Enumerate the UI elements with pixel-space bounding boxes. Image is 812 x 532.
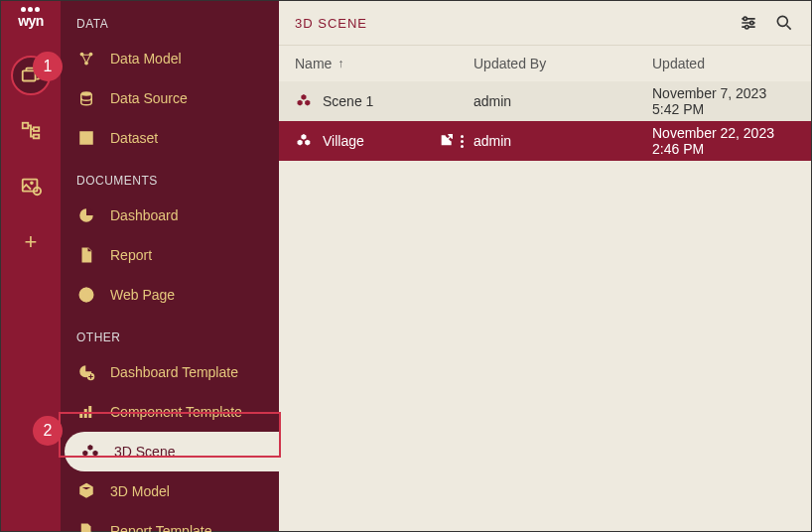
more-actions-button[interactable] [461,135,464,148]
table-row[interactable]: Scene 1 admin November 7, 2023 5:42 PM [279,81,811,121]
sidebar-item-label: Report Template [110,523,211,532]
sidebar-item-report-template[interactable]: Report Template [61,511,279,532]
sidebar-item-label: Component Template [110,404,242,420]
sidebar-item-label: Data Model [110,51,182,66]
image-notify-icon [20,176,42,198]
sidebar-item-label: Dashboard [110,207,179,223]
svg-point-10 [81,91,92,96]
file-icon [76,245,96,265]
sidebar-item-label: Dashboard Template [110,364,238,380]
sidebar-item-data-model[interactable]: Data Model [61,39,279,78]
row-updated-by: admin [474,93,652,109]
sidebar-item-dataset[interactable]: Dataset [61,118,279,158]
section-data-header: DATA [61,1,279,39]
section-documents-header: DOCUMENTS [61,158,279,196]
sliders-icon [739,13,758,33]
sidebar-item-web-page[interactable]: Web Page [61,275,279,315]
cubes-icon [295,132,313,150]
row-updated-by: admin [474,133,652,149]
sidebar-item-label: Web Page [110,287,175,303]
svg-point-7 [80,53,84,57]
column-header-updated[interactable]: Updated [652,56,795,71]
sidebar-item-data-source[interactable]: Data Source [61,78,279,118]
sidebar-item-label: Data Source [110,90,188,106]
main-header: 3D SCENE [279,1,811,46]
row-name: Scene 1 [323,93,373,109]
rail-image[interactable] [11,167,51,206]
plus-icon: + [25,229,38,255]
svg-point-21 [777,16,787,26]
cubes-icon [295,92,313,110]
sidebar-item-3d-model[interactable]: 3D Model [61,471,279,511]
svg-rect-16 [88,406,91,418]
sidebar-item-label: 3D Scene [114,444,175,460]
sort-ascending-icon: ↑ [338,57,343,70]
sidebar-item-report[interactable]: Report [61,235,279,275]
database-icon [76,88,96,108]
svg-point-9 [84,62,88,66]
svg-point-5 [31,182,33,184]
file-plus-icon [76,521,96,532]
svg-rect-3 [34,135,40,139]
svg-point-18 [744,17,746,20]
pie-icon [76,205,96,225]
open-in-new-icon [439,132,455,148]
cubes-icon [80,442,100,462]
section-other-header: OTHER [61,315,279,352]
logo: wyn [18,7,44,28]
open-in-new-button[interactable] [439,132,455,151]
globe-icon [76,285,96,305]
rail-tree[interactable] [11,111,51,151]
sidebar-item-label: 3D Model [110,483,170,499]
column-header-name[interactable]: Name ↑ [295,56,474,71]
pie-plus-icon [76,362,96,382]
filter-button[interactable] [738,12,759,34]
sidebar-item-label: Report [110,247,152,263]
svg-point-8 [89,53,93,57]
column-header-updated-by[interactable]: Updated By [474,56,652,71]
sidebar-item-dashboard-template[interactable]: Dashboard Template [61,352,279,392]
row-name: Village [323,133,364,149]
search-icon [774,13,794,33]
svg-rect-14 [79,412,82,418]
svg-rect-15 [84,409,87,418]
table-row[interactable]: Village admin November 22, 2023 2:46 PM [279,121,811,161]
row-updated: November 7, 2023 5:42 PM [652,85,795,117]
main-content: 3D SCENE Name ↑ Updated By Updated [279,1,811,531]
sidebar-item-3d-scene[interactable]: 3D Scene [65,432,279,471]
tree-icon [20,120,42,142]
cube-icon [76,481,96,501]
svg-rect-2 [34,127,40,131]
model-icon [76,49,96,68]
svg-rect-1 [23,123,29,129]
component-icon [76,402,96,422]
sidebar-item-dashboard[interactable]: Dashboard [61,196,279,235]
sidebar-item-component-template[interactable]: Component Template [61,392,279,432]
rail-add[interactable]: + [11,222,51,262]
search-button[interactable] [773,12,795,34]
row-updated: November 22, 2023 2:46 PM [652,125,795,157]
sidebar: DATA Data Model Data Source Dataset DOCU… [61,1,279,531]
page-title: 3D SCENE [295,16,738,31]
table-header: Name ↑ Updated By Updated [279,46,811,81]
callout-badge-2: 2 [33,416,63,446]
callout-badge-1: 1 [33,52,63,81]
svg-rect-11 [80,132,92,144]
svg-point-20 [745,26,748,29]
svg-point-19 [750,21,753,24]
sidebar-item-label: Dataset [110,130,158,146]
grid-icon [76,128,96,148]
